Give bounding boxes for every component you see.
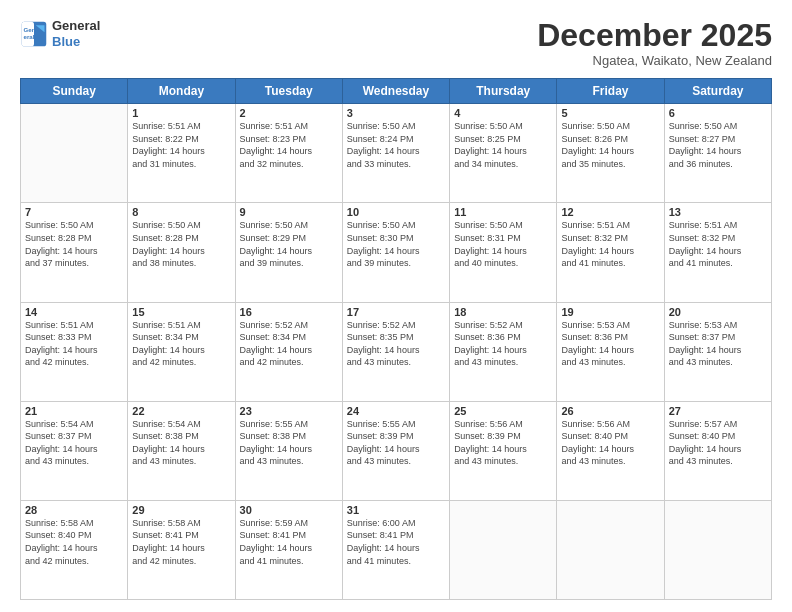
calendar-cell: 1Sunrise: 5:51 AM Sunset: 8:22 PM Daylig…: [128, 104, 235, 203]
weekday-header: Wednesday: [342, 79, 449, 104]
cell-info: Sunrise: 5:50 AM Sunset: 8:30 PM Dayligh…: [347, 219, 445, 269]
cell-info: Sunrise: 5:50 AM Sunset: 8:26 PM Dayligh…: [561, 120, 659, 170]
calendar-cell: 25Sunrise: 5:56 AM Sunset: 8:39 PM Dayli…: [450, 401, 557, 500]
day-number: 23: [240, 405, 338, 417]
day-number: 2: [240, 107, 338, 119]
day-number: 9: [240, 206, 338, 218]
cell-info: Sunrise: 5:51 AM Sunset: 8:32 PM Dayligh…: [669, 219, 767, 269]
calendar-cell: 24Sunrise: 5:55 AM Sunset: 8:39 PM Dayli…: [342, 401, 449, 500]
day-number: 22: [132, 405, 230, 417]
day-number: 28: [25, 504, 123, 516]
calendar-cell: 21Sunrise: 5:54 AM Sunset: 8:37 PM Dayli…: [21, 401, 128, 500]
cell-info: Sunrise: 5:51 AM Sunset: 8:33 PM Dayligh…: [25, 319, 123, 369]
cell-info: Sunrise: 5:57 AM Sunset: 8:40 PM Dayligh…: [669, 418, 767, 468]
day-number: 30: [240, 504, 338, 516]
calendar-cell: [21, 104, 128, 203]
day-number: 26: [561, 405, 659, 417]
cell-info: Sunrise: 5:54 AM Sunset: 8:37 PM Dayligh…: [25, 418, 123, 468]
calendar-cell: 27Sunrise: 5:57 AM Sunset: 8:40 PM Dayli…: [664, 401, 771, 500]
calendar-cell: 23Sunrise: 5:55 AM Sunset: 8:38 PM Dayli…: [235, 401, 342, 500]
calendar-cell: 22Sunrise: 5:54 AM Sunset: 8:38 PM Dayli…: [128, 401, 235, 500]
day-number: 14: [25, 306, 123, 318]
calendar-cell: 16Sunrise: 5:52 AM Sunset: 8:34 PM Dayli…: [235, 302, 342, 401]
month-title: December 2025: [537, 18, 772, 53]
day-number: 29: [132, 504, 230, 516]
day-number: 25: [454, 405, 552, 417]
day-number: 31: [347, 504, 445, 516]
cell-info: Sunrise: 6:00 AM Sunset: 8:41 PM Dayligh…: [347, 517, 445, 567]
day-number: 12: [561, 206, 659, 218]
calendar-cell: 6Sunrise: 5:50 AM Sunset: 8:27 PM Daylig…: [664, 104, 771, 203]
day-number: 19: [561, 306, 659, 318]
calendar-cell: 10Sunrise: 5:50 AM Sunset: 8:30 PM Dayli…: [342, 203, 449, 302]
cell-info: Sunrise: 5:56 AM Sunset: 8:40 PM Dayligh…: [561, 418, 659, 468]
calendar-cell: [450, 500, 557, 599]
calendar-cell: 28Sunrise: 5:58 AM Sunset: 8:40 PM Dayli…: [21, 500, 128, 599]
day-number: 27: [669, 405, 767, 417]
cell-info: Sunrise: 5:53 AM Sunset: 8:37 PM Dayligh…: [669, 319, 767, 369]
calendar-cell: 11Sunrise: 5:50 AM Sunset: 8:31 PM Dayli…: [450, 203, 557, 302]
day-number: 8: [132, 206, 230, 218]
calendar-week-row: 21Sunrise: 5:54 AM Sunset: 8:37 PM Dayli…: [21, 401, 772, 500]
svg-text:eral: eral: [24, 33, 35, 40]
day-number: 1: [132, 107, 230, 119]
cell-info: Sunrise: 5:51 AM Sunset: 8:23 PM Dayligh…: [240, 120, 338, 170]
cell-info: Sunrise: 5:51 AM Sunset: 8:32 PM Dayligh…: [561, 219, 659, 269]
location: Ngatea, Waikato, New Zealand: [537, 53, 772, 68]
cell-info: Sunrise: 5:58 AM Sunset: 8:40 PM Dayligh…: [25, 517, 123, 567]
page: Gen- eral General Blue December 2025 Nga…: [0, 0, 792, 612]
logo-icon: Gen- eral: [20, 20, 48, 48]
cell-info: Sunrise: 5:51 AM Sunset: 8:34 PM Dayligh…: [132, 319, 230, 369]
calendar-cell: 18Sunrise: 5:52 AM Sunset: 8:36 PM Dayli…: [450, 302, 557, 401]
cell-info: Sunrise: 5:54 AM Sunset: 8:38 PM Dayligh…: [132, 418, 230, 468]
calendar-cell: 7Sunrise: 5:50 AM Sunset: 8:28 PM Daylig…: [21, 203, 128, 302]
calendar-week-row: 7Sunrise: 5:50 AM Sunset: 8:28 PM Daylig…: [21, 203, 772, 302]
day-number: 11: [454, 206, 552, 218]
weekday-header: Saturday: [664, 79, 771, 104]
calendar-week-row: 28Sunrise: 5:58 AM Sunset: 8:40 PM Dayli…: [21, 500, 772, 599]
weekday-header: Sunday: [21, 79, 128, 104]
calendar-cell: 14Sunrise: 5:51 AM Sunset: 8:33 PM Dayli…: [21, 302, 128, 401]
day-number: 16: [240, 306, 338, 318]
cell-info: Sunrise: 5:52 AM Sunset: 8:36 PM Dayligh…: [454, 319, 552, 369]
weekday-header: Thursday: [450, 79, 557, 104]
calendar-cell: 19Sunrise: 5:53 AM Sunset: 8:36 PM Dayli…: [557, 302, 664, 401]
day-number: 21: [25, 405, 123, 417]
cell-info: Sunrise: 5:56 AM Sunset: 8:39 PM Dayligh…: [454, 418, 552, 468]
calendar-cell: 3Sunrise: 5:50 AM Sunset: 8:24 PM Daylig…: [342, 104, 449, 203]
day-number: 20: [669, 306, 767, 318]
calendar-cell: 29Sunrise: 5:58 AM Sunset: 8:41 PM Dayli…: [128, 500, 235, 599]
calendar-week-row: 14Sunrise: 5:51 AM Sunset: 8:33 PM Dayli…: [21, 302, 772, 401]
weekday-header: Monday: [128, 79, 235, 104]
calendar-cell: 30Sunrise: 5:59 AM Sunset: 8:41 PM Dayli…: [235, 500, 342, 599]
day-number: 17: [347, 306, 445, 318]
cell-info: Sunrise: 5:50 AM Sunset: 8:28 PM Dayligh…: [132, 219, 230, 269]
day-number: 18: [454, 306, 552, 318]
cell-info: Sunrise: 5:50 AM Sunset: 8:24 PM Dayligh…: [347, 120, 445, 170]
calendar-cell: 20Sunrise: 5:53 AM Sunset: 8:37 PM Dayli…: [664, 302, 771, 401]
svg-text:Gen-: Gen-: [24, 26, 38, 33]
cell-info: Sunrise: 5:50 AM Sunset: 8:28 PM Dayligh…: [25, 219, 123, 269]
cell-info: Sunrise: 5:59 AM Sunset: 8:41 PM Dayligh…: [240, 517, 338, 567]
cell-info: Sunrise: 5:50 AM Sunset: 8:29 PM Dayligh…: [240, 219, 338, 269]
day-number: 10: [347, 206, 445, 218]
calendar-cell: 5Sunrise: 5:50 AM Sunset: 8:26 PM Daylig…: [557, 104, 664, 203]
calendar-table: SundayMondayTuesdayWednesdayThursdayFrid…: [20, 78, 772, 600]
cell-info: Sunrise: 5:52 AM Sunset: 8:35 PM Dayligh…: [347, 319, 445, 369]
calendar-cell: 13Sunrise: 5:51 AM Sunset: 8:32 PM Dayli…: [664, 203, 771, 302]
calendar-cell: 4Sunrise: 5:50 AM Sunset: 8:25 PM Daylig…: [450, 104, 557, 203]
cell-info: Sunrise: 5:51 AM Sunset: 8:22 PM Dayligh…: [132, 120, 230, 170]
calendar-cell: 31Sunrise: 6:00 AM Sunset: 8:41 PM Dayli…: [342, 500, 449, 599]
calendar-cell: 9Sunrise: 5:50 AM Sunset: 8:29 PM Daylig…: [235, 203, 342, 302]
cell-info: Sunrise: 5:53 AM Sunset: 8:36 PM Dayligh…: [561, 319, 659, 369]
cell-info: Sunrise: 5:55 AM Sunset: 8:39 PM Dayligh…: [347, 418, 445, 468]
header: Gen- eral General Blue December 2025 Nga…: [20, 18, 772, 68]
calendar-cell: 2Sunrise: 5:51 AM Sunset: 8:23 PM Daylig…: [235, 104, 342, 203]
day-number: 7: [25, 206, 123, 218]
cell-info: Sunrise: 5:50 AM Sunset: 8:25 PM Dayligh…: [454, 120, 552, 170]
day-number: 4: [454, 107, 552, 119]
day-number: 6: [669, 107, 767, 119]
cell-info: Sunrise: 5:50 AM Sunset: 8:31 PM Dayligh…: [454, 219, 552, 269]
calendar-cell: 26Sunrise: 5:56 AM Sunset: 8:40 PM Dayli…: [557, 401, 664, 500]
calendar-week-row: 1Sunrise: 5:51 AM Sunset: 8:22 PM Daylig…: [21, 104, 772, 203]
